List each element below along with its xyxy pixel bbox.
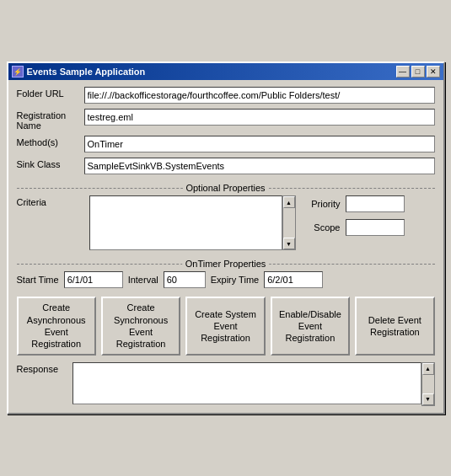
response-textarea-wrap: ▲ ▼: [72, 362, 435, 406]
registration-name-label: Registration Name: [17, 109, 84, 131]
main-window: ⚡ Events Sample Application — □ ✕ Folder…: [7, 62, 445, 414]
close-button[interactable]: ✕: [427, 66, 440, 78]
sink-class-input[interactable]: [84, 158, 435, 174]
folder-url-label: Folder URL: [17, 87, 84, 99]
criteria-scrollbar: ▲ ▼: [282, 195, 296, 250]
priority-label: Priority: [303, 199, 341, 209]
sink-class-row: Sink Class: [17, 158, 435, 174]
folder-url-input[interactable]: [84, 87, 435, 104]
priority-row: Priority: [303, 195, 412, 212]
title-bar: ⚡ Events Sample Application — □ ✕: [8, 63, 443, 80]
create-async-button[interactable]: CreateAsynchronousEventRegistration: [17, 297, 96, 355]
response-section: Response ▲ ▼: [17, 362, 435, 406]
response-textarea[interactable]: [72, 362, 421, 404]
sink-class-label: Sink Class: [17, 158, 84, 169]
criteria-textarea[interactable]: [89, 195, 282, 250]
ontimer-title: OnTimer Properties: [182, 259, 270, 269]
response-label: Response: [17, 362, 67, 374]
buttons-row: CreateAsynchronousEventRegistration Crea…: [17, 297, 435, 355]
expiry-time-input[interactable]: [264, 271, 323, 288]
content-area: Folder URL Registration Name Method(s) S…: [8, 80, 443, 412]
app-icon: ⚡: [12, 66, 24, 78]
criteria-wrap: ▲ ▼: [89, 195, 296, 250]
window-title: Events Sample Application: [27, 67, 146, 77]
scope-label: Scope: [303, 222, 341, 233]
delete-event-button[interactable]: Delete EventRegistration: [355, 297, 434, 355]
registration-name-row: Registration Name: [17, 109, 435, 131]
title-bar-left: ⚡ Events Sample Application: [12, 66, 146, 78]
optional-inner: Criteria ▲ ▼ Priority S: [17, 195, 435, 250]
create-sync-button[interactable]: CreateSynchronousEventRegistration: [101, 297, 180, 355]
optional-title: Optional Properties: [182, 183, 268, 193]
scope-row: Scope: [303, 219, 412, 236]
priority-scope-area: Priority Scope: [303, 195, 412, 250]
criteria-container: Criteria ▲ ▼: [17, 195, 296, 250]
start-time-input[interactable]: [64, 271, 123, 288]
interval-label: Interval: [128, 275, 158, 285]
methods-label: Method(s): [17, 136, 84, 147]
minimize-button[interactable]: —: [396, 66, 410, 78]
registration-name-input[interactable]: [84, 109, 435, 126]
start-time-label: Start Time: [17, 275, 59, 285]
ontimer-section: OnTimer Properties Start Time Interval E…: [17, 264, 435, 288]
optional-divider: Optional Properties: [17, 188, 435, 189]
methods-input[interactable]: [84, 136, 435, 152]
interval-input[interactable]: [164, 271, 206, 288]
create-system-button[interactable]: Create SystemEventRegistration: [185, 297, 265, 355]
methods-row: Method(s): [17, 136, 435, 152]
expiry-time-label: Expiry Time: [211, 275, 259, 285]
timer-row: Start Time Interval Expiry Time: [17, 271, 435, 288]
criteria-label: Criteria: [17, 195, 84, 207]
response-scroll-up[interactable]: ▲: [422, 363, 434, 375]
response-scroll-down[interactable]: ▼: [422, 393, 434, 405]
optional-section: Optional Properties Criteria ▲ ▼ Prio: [17, 188, 435, 250]
criteria-scroll-down[interactable]: ▼: [283, 238, 295, 249]
criteria-scroll-up[interactable]: ▲: [283, 196, 295, 208]
folder-url-row: Folder URL: [17, 87, 435, 104]
priority-input[interactable]: [346, 195, 405, 212]
maximize-button[interactable]: □: [411, 66, 425, 78]
title-controls: — □ ✕: [396, 66, 440, 78]
enable-disable-button[interactable]: Enable/DisableEventRegistration: [271, 297, 350, 355]
scope-input[interactable]: [346, 219, 405, 236]
response-row: Response ▲ ▼: [17, 362, 435, 406]
ontimer-divider: OnTimer Properties: [17, 264, 435, 265]
response-scrollbar: ▲ ▼: [421, 362, 435, 406]
